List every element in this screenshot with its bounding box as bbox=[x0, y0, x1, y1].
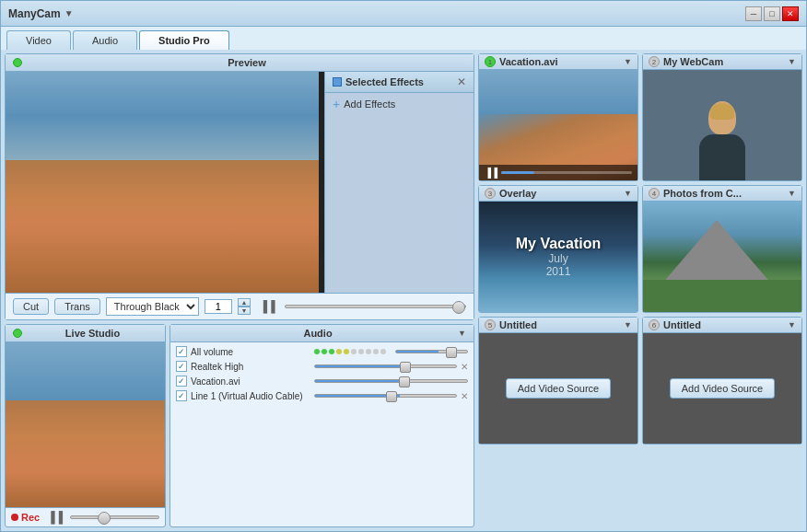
playback-pause-icon[interactable]: ▐▐ bbox=[485, 168, 497, 178]
cell-2-dropdown[interactable]: ▼ bbox=[788, 57, 796, 66]
effects-close-button[interactable]: ✕ bbox=[457, 75, 466, 88]
effects-header: Selected Effects ✕ bbox=[325, 72, 474, 93]
effects-panel: Selected Effects ✕ + Add Effects bbox=[324, 72, 474, 293]
bottom-sections: Live Studio Rec ▐▐ bbox=[5, 324, 474, 527]
dot-4 bbox=[336, 349, 342, 354]
dot-10 bbox=[380, 349, 386, 354]
realtek-slider[interactable] bbox=[314, 364, 457, 368]
line1-checkbox[interactable] bbox=[176, 390, 187, 401]
cell-1-title: Vacation.avi bbox=[499, 56, 620, 67]
tab-video[interactable]: Video bbox=[6, 30, 71, 50]
grass-shape bbox=[643, 280, 801, 312]
cell-6-header: 6 Untitled ▼ bbox=[643, 318, 801, 333]
spinner-up[interactable]: ▲ bbox=[238, 298, 251, 306]
effects-checkbox[interactable] bbox=[333, 77, 342, 87]
dot-8 bbox=[366, 349, 371, 354]
audio-title: Audio bbox=[178, 328, 458, 339]
cell-2-number: 2 bbox=[649, 56, 660, 67]
cut-button[interactable]: Cut bbox=[13, 298, 49, 315]
cell-5-dropdown[interactable]: ▼ bbox=[624, 320, 632, 330]
tab-audio[interactable]: Audio bbox=[73, 30, 137, 50]
video-cell-6: 6 Untitled ▼ Add Video Source bbox=[642, 317, 802, 445]
overlay-main-text: My Vacation bbox=[516, 236, 601, 252]
live-studio-controls: Rec ▐▐ bbox=[6, 507, 165, 526]
audio-dropdown-icon[interactable]: ▼ bbox=[458, 329, 466, 338]
add-video-source-5-button[interactable]: Add Video Source bbox=[506, 378, 611, 399]
realtek-mute[interactable]: ✕ bbox=[461, 362, 468, 372]
live-studio-section: Live Studio Rec ▐▐ bbox=[5, 324, 166, 527]
video-cell-5: 5 Untitled ▼ Add Video Source bbox=[478, 317, 638, 445]
app-title: ManyCam bbox=[8, 7, 61, 20]
live-studio-status-dot bbox=[13, 329, 22, 338]
cell-2-thumbnail[interactable] bbox=[643, 70, 801, 180]
all-volume-slider-thumb bbox=[446, 347, 457, 358]
cell-3-header: 3 Overlay ▼ bbox=[479, 186, 637, 202]
tab-studio-pro[interactable]: Studio Pro bbox=[139, 30, 229, 50]
cell-4-dropdown[interactable]: ▼ bbox=[788, 189, 796, 198]
person-figure bbox=[699, 101, 745, 180]
controls-bar: Cut Trans Through Black ▲ ▼ ▐▐ bbox=[6, 293, 474, 319]
cell-5-header: 5 Untitled ▼ bbox=[479, 318, 637, 333]
spinner-down[interactable]: ▼ bbox=[238, 306, 251, 315]
record-button[interactable]: Rec bbox=[11, 512, 40, 523]
transition-select[interactable]: Through Black bbox=[106, 297, 199, 316]
audio-row-realtek: Realtek High ✕ bbox=[176, 361, 468, 372]
minimize-button[interactable]: ─ bbox=[745, 6, 762, 21]
dot-1 bbox=[314, 349, 320, 354]
add-effects-plus-icon: + bbox=[333, 97, 340, 111]
live-studio-title: Live Studio bbox=[28, 328, 158, 339]
cell-6-dropdown[interactable]: ▼ bbox=[788, 320, 796, 330]
live-slider-thumb bbox=[98, 512, 111, 525]
line1-label: Line 1 (Virtual Audio Cable) bbox=[191, 391, 310, 401]
video-cell-1: 1 Vacation.avi ▼ ▐▐ bbox=[478, 53, 638, 181]
preview-section: Preview Selected Effects ✕ bbox=[5, 53, 474, 320]
live-pause-button[interactable]: ▐▐ bbox=[43, 511, 66, 524]
dot-2 bbox=[322, 349, 327, 354]
cell-3-title: Overlay bbox=[499, 188, 620, 199]
realtek-checkbox[interactable] bbox=[176, 361, 187, 372]
cell-3-dropdown[interactable]: ▼ bbox=[624, 189, 632, 198]
preview-slider[interactable] bbox=[285, 305, 466, 308]
title-dropdown-icon[interactable]: ▼ bbox=[64, 8, 74, 18]
close-button[interactable]: ✕ bbox=[782, 6, 799, 21]
cell-1-thumbnail[interactable]: ▐▐ bbox=[479, 70, 637, 180]
cell-1-dropdown[interactable]: ▼ bbox=[624, 57, 632, 66]
live-studio-preview bbox=[6, 342, 165, 507]
cell-4-thumbnail[interactable] bbox=[643, 202, 801, 312]
mountain-shape bbox=[661, 220, 772, 284]
cell-1-header: 1 Vacation.avi ▼ bbox=[479, 54, 637, 70]
audio-row-vacation: Vacation.avi bbox=[176, 376, 468, 387]
number-spinner: ▲ ▼ bbox=[238, 298, 251, 315]
all-volume-slider[interactable] bbox=[395, 350, 468, 353]
transition-number[interactable] bbox=[205, 299, 232, 314]
live-studio-header: Live Studio bbox=[6, 325, 165, 342]
preview-pause-button[interactable]: ▐▐ bbox=[256, 300, 279, 313]
all-volume-checkbox[interactable] bbox=[176, 346, 187, 357]
restore-button[interactable]: □ bbox=[764, 6, 780, 21]
playback-bar[interactable] bbox=[501, 171, 632, 174]
preview-image bbox=[6, 72, 319, 293]
realtek-slider-thumb bbox=[400, 362, 411, 373]
app-window: ManyCam ▼ ─ □ ✕ Video Audio Studio Pro bbox=[0, 0, 807, 532]
line1-slider[interactable] bbox=[314, 394, 457, 398]
add-video-source-6-button[interactable]: Add Video Source bbox=[670, 378, 775, 399]
dot-5 bbox=[344, 349, 349, 354]
trans-button[interactable]: Trans bbox=[54, 298, 100, 315]
vacation-audio-label: Vacation.avi bbox=[191, 376, 310, 387]
rec-dot-icon bbox=[11, 514, 18, 521]
add-effects-button[interactable]: + Add Effects bbox=[325, 93, 474, 115]
video-cell-3: 3 Overlay ▼ My Vacation July 2011 bbox=[478, 185, 638, 313]
dot-7 bbox=[358, 349, 364, 354]
line1-mute[interactable]: ✕ bbox=[461, 391, 468, 401]
live-slider[interactable] bbox=[70, 515, 159, 519]
vacation-audio-checkbox[interactable] bbox=[176, 376, 187, 387]
vacation-slider-thumb bbox=[399, 376, 410, 387]
dot-6 bbox=[351, 349, 357, 354]
dot-9 bbox=[373, 349, 379, 354]
preview-status-dot bbox=[13, 58, 22, 67]
cell-5-title: Untitled bbox=[499, 319, 620, 330]
audio-row-all-volume: All volume bbox=[176, 346, 468, 357]
preview-area: Selected Effects ✕ + Add Effects bbox=[6, 72, 474, 293]
vacation-audio-slider[interactable] bbox=[314, 379, 468, 383]
cell-3-thumbnail[interactable]: My Vacation July 2011 bbox=[479, 202, 637, 312]
